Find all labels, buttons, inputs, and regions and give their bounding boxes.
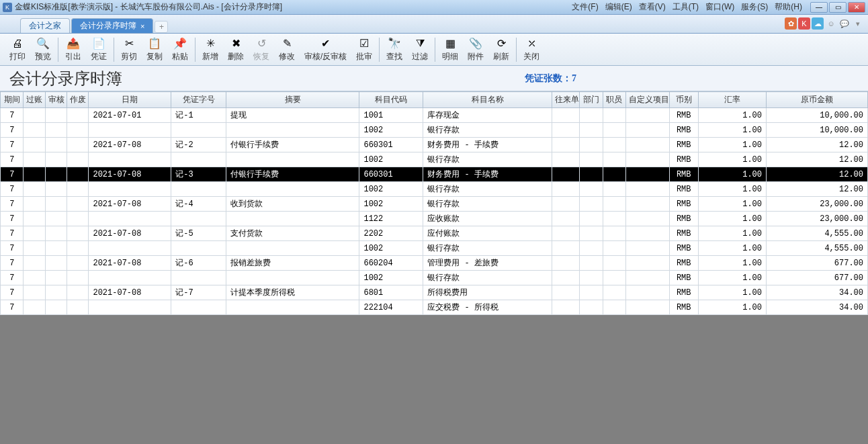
cell: 银行存款 [423, 123, 552, 138]
table-row[interactable]: 7222104应交税费 - 所得税RMB1.0034.00 [1, 300, 868, 315]
tool-凭证[interactable]: 📄凭证 [87, 35, 111, 64]
cell [45, 285, 67, 300]
tab-home[interactable]: 会计之家 [20, 18, 70, 33]
column-header[interactable]: 自定义项目 [625, 92, 669, 108]
tool-引出[interactable]: 📤引出 [61, 35, 85, 64]
column-header[interactable]: 作废 [67, 92, 89, 108]
column-header[interactable]: 过账 [24, 92, 45, 108]
cell: 1002 [359, 152, 423, 167]
toolbar-separator [435, 38, 435, 62]
table-row[interactable]: 72021-07-01记-1提现1001库存现金RMB1.0010,000.00 [1, 108, 868, 123]
tool-icon: 🔭 [388, 37, 401, 50]
dropdown-icon[interactable]: ▾ [852, 17, 864, 30]
cell: 1122 [359, 212, 423, 226]
menu-item[interactable]: 帮助(H) [772, 1, 805, 13]
tool-剪切[interactable]: ✂剪切 [117, 35, 141, 64]
tab-add-button[interactable]: + [155, 21, 168, 33]
menu-item[interactable]: 文件(F) [569, 1, 601, 13]
cell [45, 152, 67, 167]
cell [552, 108, 580, 123]
menu-item[interactable]: 查看(V) [636, 1, 668, 13]
column-header[interactable]: 汇率 [698, 92, 766, 108]
tool-明细[interactable]: ▦明细 [438, 35, 462, 64]
tool-修改[interactable]: ✎修改 [275, 35, 299, 64]
menu-item[interactable]: 窗口(W) [703, 1, 737, 13]
tool-附件[interactable]: 📎附件 [464, 35, 488, 64]
tab-close-icon[interactable]: × [140, 22, 144, 30]
tool-新增[interactable]: ✳新增 [198, 35, 222, 64]
tab-journal[interactable]: 会计分录序时簿 × [71, 18, 153, 33]
column-header[interactable]: 往来单位 [552, 92, 580, 108]
cell: 1.00 [698, 212, 766, 226]
cell [552, 226, 580, 241]
grid-container[interactable]: 期间过账审核作废日期凭证字号摘要科目代码科目名称往来单位部门职员自定义项目币别汇… [0, 91, 868, 444]
column-header[interactable]: 币别 [669, 92, 698, 108]
table-row[interactable]: 71002银行存款RMB1.0012.00 [1, 182, 868, 197]
table-row[interactable]: 72021-07-08记-3付银行手续费660301财务费用 - 手续费RMB1… [1, 167, 868, 182]
service-icon-1[interactable]: ✿ [785, 17, 797, 30]
table-row[interactable]: 71002银行存款RMB1.0010,000.00 [1, 123, 868, 138]
table-row[interactable]: 71002银行存款RMB1.00677.00 [1, 271, 868, 285]
column-header[interactable]: 摘要 [226, 92, 359, 108]
window-title: 金蝶KIS标准版[教学演示版] - 长城汽车股份有限公司.Ais - [会计分录… [15, 1, 282, 13]
tool-打印[interactable]: 🖨打印 [5, 35, 30, 64]
table-row[interactable]: 72021-07-08记-4收到货款1002银行存款RMB1.0023,000.… [1, 197, 868, 212]
column-header[interactable]: 日期 [89, 92, 171, 108]
table-row[interactable]: 72021-07-08记-6报销差旅费660204管理费用 - 差旅费RMB1.… [1, 256, 868, 271]
table-row[interactable]: 71122应收账款RMB1.0023,000.00 [1, 212, 868, 226]
menu-item[interactable]: 服务(S) [738, 1, 771, 13]
journal-grid[interactable]: 期间过账审核作废日期凭证字号摘要科目代码科目名称往来单位部门职员自定义项目币别汇… [0, 91, 868, 315]
cell [45, 108, 67, 123]
column-header[interactable]: 审核 [45, 92, 67, 108]
smile-icon[interactable]: ☺ [825, 17, 837, 30]
minimize-button[interactable]: — [810, 2, 828, 13]
close-button[interactable]: ✕ [848, 2, 865, 13]
column-header[interactable]: 科目代码 [359, 92, 423, 108]
tool-粘贴[interactable]: 📌粘贴 [168, 35, 192, 64]
cell: 7 [1, 271, 24, 285]
tool-删除[interactable]: ✖删除 [224, 35, 248, 64]
table-row[interactable]: 72021-07-08记-7计提本季度所得税6801所得税费用RMB1.0034… [1, 285, 868, 300]
cell: 7 [1, 138, 24, 152]
table-row[interactable]: 72021-07-08记-5支付货款2202应付账款RMB1.004,555.0… [1, 226, 868, 241]
cell: 660301 [359, 167, 423, 182]
column-header[interactable]: 部门 [580, 92, 603, 108]
cell [552, 182, 580, 197]
cell [89, 300, 171, 315]
tool-复制[interactable]: 📋复制 [142, 35, 167, 64]
menu-item[interactable]: 工具(T) [670, 1, 701, 13]
column-header[interactable]: 科目名称 [423, 92, 552, 108]
tool-label: 预览 [35, 51, 51, 62]
tool-过滤[interactable]: ⧩过滤 [408, 35, 432, 64]
cell: 2202 [359, 226, 423, 241]
maximize-button[interactable]: ▭ [829, 2, 847, 13]
tool-查找[interactable]: 🔭查找 [382, 35, 406, 64]
service-icon-3[interactable]: ☁ [812, 17, 824, 30]
cell: 4,555.00 [767, 226, 868, 241]
column-header[interactable]: 职员 [603, 92, 625, 108]
tab-home-label: 会计之家 [29, 20, 61, 32]
cell [89, 182, 171, 197]
tool-刷新[interactable]: ⟳刷新 [489, 35, 513, 64]
cell [24, 182, 45, 197]
voucher-count: 凭证张数：7 [525, 73, 576, 85]
tool-关闭[interactable]: ⤫关闭 [519, 35, 544, 64]
column-header[interactable]: 期间 [1, 92, 24, 108]
table-row[interactable]: 72021-07-08记-2付银行手续费660301财务费用 - 手续费RMB1… [1, 138, 868, 152]
cell [603, 226, 625, 241]
column-header[interactable]: 原币金额 [767, 92, 868, 108]
cell: RMB [669, 271, 698, 285]
service-icon-2[interactable]: K [798, 17, 810, 30]
cell: 12.00 [767, 138, 868, 152]
table-row[interactable]: 71002银行存款RMB1.004,555.00 [1, 241, 868, 256]
tool-预览[interactable]: 🔍预览 [31, 35, 55, 64]
column-header[interactable]: 凭证字号 [171, 92, 226, 108]
cell [603, 212, 625, 226]
tool-icon: ✳ [206, 37, 215, 50]
chat-icon[interactable]: 💬 [838, 17, 851, 30]
table-row[interactable]: 71002银行存款RMB1.0012.00 [1, 152, 868, 167]
cell [171, 300, 226, 315]
menu-item[interactable]: 编辑(E) [603, 1, 635, 13]
tool-审核/反审核[interactable]: ✔审核/反审核 [300, 35, 351, 64]
tool-批审[interactable]: ☑批审 [352, 35, 376, 64]
